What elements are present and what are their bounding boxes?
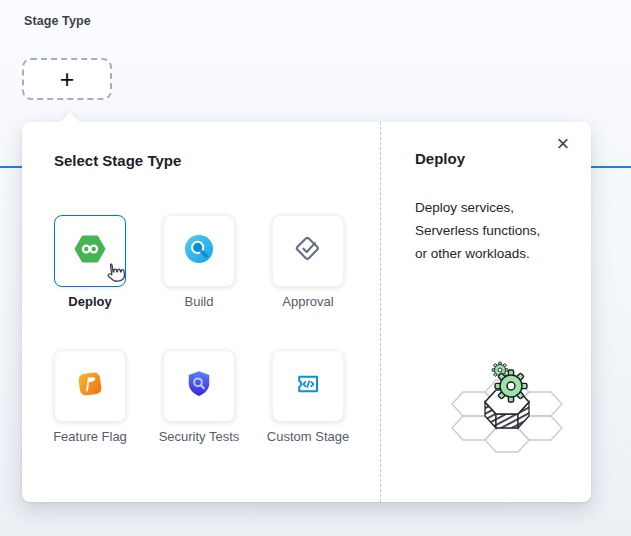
tile-build[interactable] xyxy=(163,215,235,287)
pipeline-connector-line-right xyxy=(591,166,631,168)
security-shield-magnifier-icon xyxy=(184,369,214,403)
pipeline-connector-line-left xyxy=(0,166,22,168)
add-stage-button[interactable]: + xyxy=(22,58,112,100)
tile-security-tests[interactable] xyxy=(163,350,235,422)
tile-feature-flag[interactable] xyxy=(54,350,126,422)
close-icon[interactable]: × xyxy=(551,132,575,156)
detail-description: Deploy services, Serverless functions, o… xyxy=(415,196,540,265)
dashed-divider xyxy=(380,122,381,502)
build-magnifier-circle-icon xyxy=(183,233,215,269)
tile-label-custom-stage[interactable]: Custom Stage xyxy=(260,428,356,446)
tile-deploy[interactable] xyxy=(54,215,126,287)
tile-label-feature-flag[interactable]: Feature Flag xyxy=(42,428,138,446)
detail-description-line: Deploy services, xyxy=(415,196,540,219)
popover-title: Select Stage Type xyxy=(54,152,181,169)
detail-title: Deploy xyxy=(415,150,465,167)
tile-approval[interactable] xyxy=(272,215,344,287)
tile-custom-stage[interactable] xyxy=(272,350,344,422)
detail-description-line: Serverless functions, xyxy=(415,219,540,242)
tile-label-security-tests[interactable]: Security Tests xyxy=(151,428,247,446)
stage-type-label: Stage Type xyxy=(24,14,91,28)
tile-label-build[interactable]: Build xyxy=(151,293,247,311)
approval-diamond-check-icon xyxy=(292,233,324,269)
deploy-hexagon-gear-illustration xyxy=(428,342,592,468)
tile-label-approval[interactable]: Approval xyxy=(260,293,356,311)
detail-description-line: or other workloads. xyxy=(415,242,540,265)
feature-flag-icon xyxy=(75,369,105,403)
popover-caret xyxy=(60,112,80,132)
custom-stage-code-icon xyxy=(293,369,323,403)
tile-label-deploy[interactable]: Deploy xyxy=(42,293,138,311)
hand-cursor-icon xyxy=(101,260,127,290)
select-stage-type-popover: Select Stage Type Deploy xyxy=(22,122,591,502)
plus-icon: + xyxy=(60,67,75,92)
